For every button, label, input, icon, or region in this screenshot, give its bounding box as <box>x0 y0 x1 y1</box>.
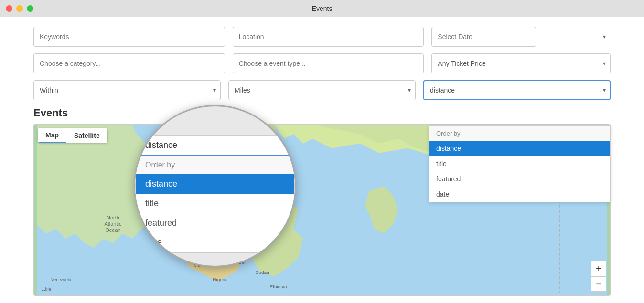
zoom-in-button[interactable]: + <box>591 261 606 276</box>
svg-text:North: North <box>107 215 119 220</box>
svg-text:Venezuela: Venezuela <box>51 277 71 282</box>
svg-text:Atlantic: Atlantic <box>105 221 122 227</box>
miles-select[interactable]: Miles Kilometers <box>228 80 416 100</box>
within-select[interactable]: Within 5 miles 10 miles 25 miles 50 mile… <box>33 80 221 100</box>
small-date-option[interactable]: date <box>429 187 610 202</box>
svg-text:Ocean: Ocean <box>105 227 120 233</box>
map-type-controls: Map Satellite <box>38 128 107 143</box>
svg-text:Ethiopia: Ethiopia <box>270 284 287 289</box>
magnifier-circle: distance Order by distance title feature… <box>134 105 296 267</box>
filter-row-2: Any Ticket Price Free Paid <box>33 53 611 73</box>
small-order-by-label: Order by <box>429 126 610 141</box>
magnifier-distance-option[interactable]: distance <box>136 174 294 194</box>
small-featured-option[interactable]: featured <box>429 171 610 187</box>
order-by-select[interactable]: Order by distance title featured date <box>423 80 611 100</box>
location-input[interactable] <box>233 27 424 47</box>
close-button[interactable] <box>6 5 12 12</box>
events-heading: Events <box>33 107 611 119</box>
within-wrapper: Within 5 miles 10 miles 25 miles 50 mile… <box>33 80 221 100</box>
magnifier-current-value: distance <box>136 136 294 156</box>
select-date-wrapper <box>431 27 611 47</box>
map-button[interactable]: Map <box>38 128 66 143</box>
minimize-button[interactable] <box>16 5 23 12</box>
window-controls <box>6 5 33 12</box>
magnifier-dropdown: distance Order by distance title feature… <box>135 135 295 253</box>
svg-text:Nigeria: Nigeria <box>213 277 228 282</box>
window-title: Events <box>312 5 333 12</box>
satellite-button[interactable]: Satellite <box>66 128 107 143</box>
select-date-input[interactable] <box>431 27 536 47</box>
magnifier-order-by-label: Order by <box>136 156 294 174</box>
svg-text:Sudan: Sudan <box>256 270 269 275</box>
ticket-price-select[interactable]: Any Ticket Price Free Paid <box>431 53 611 73</box>
small-distance-option[interactable]: distance <box>429 141 610 156</box>
magnifier-title-option[interactable]: title <box>136 194 294 213</box>
filter-row-1 <box>33 27 611 47</box>
title-bar: Events <box>0 0 644 17</box>
event-type-input[interactable] <box>233 53 424 73</box>
filter-row-3: Within 5 miles 10 miles 25 miles 50 mile… <box>33 80 611 100</box>
category-input[interactable] <box>33 53 225 73</box>
maximize-button[interactable] <box>27 5 33 12</box>
order-by-wrapper: Order by distance title featured date <box>423 80 611 100</box>
zoom-controls: + − <box>591 261 606 292</box>
small-title-option[interactable]: title <box>429 156 610 171</box>
keywords-input[interactable] <box>33 27 225 47</box>
small-dropdown: Order by distance title featured date <box>429 125 611 202</box>
zoom-out-button[interactable]: − <box>591 276 606 292</box>
magnifier-featured-option[interactable]: featured <box>136 213 294 233</box>
svg-text:...bia: ...bia <box>42 287 51 292</box>
ticket-price-wrapper: Any Ticket Price Free Paid <box>431 53 611 73</box>
miles-wrapper: Miles Kilometers <box>228 80 416 100</box>
